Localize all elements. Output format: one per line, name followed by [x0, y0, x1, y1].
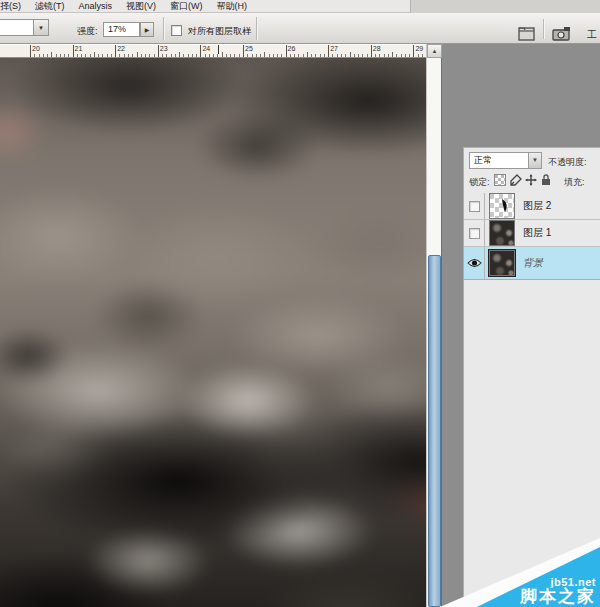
brush-preset-dropdown-arrow[interactable]: ▼: [33, 19, 49, 36]
options-separator: [163, 17, 164, 40]
visibility-checkbox-empty: [469, 228, 480, 239]
menu-item-filter[interactable]: 滤镜(T): [28, 0, 72, 13]
lock-label: 锁定:: [469, 176, 490, 189]
workspace-label[interactable]: 工: [587, 28, 597, 42]
sample-all-layers-checkbox[interactable]: [171, 25, 182, 36]
menubar-right-spacer: [410, 0, 600, 13]
layer-thumbnail[interactable]: [489, 193, 515, 219]
menu-item-analysis[interactable]: Analysis: [72, 0, 120, 13]
scroll-up-button[interactable]: ▲: [427, 44, 442, 58]
layer-name: 图层 1: [523, 226, 551, 240]
photoshop-window: 择(S) 滤镜(T) Analysis 视图(V) 窗口(W) 帮助(H) ▼ …: [0, 0, 600, 607]
tool-options-bar: ▼ 强度: 17% ▶ 对所有图层取样 工: [0, 13, 600, 44]
opacity-label: 不透明度:: [548, 156, 587, 169]
lock-paint-icon[interactable]: [510, 174, 522, 186]
options-separator: [256, 17, 257, 40]
chevron-down-icon[interactable]: ▼: [528, 153, 541, 168]
layers-list: 图层 2 图层 1 背景: [464, 193, 600, 280]
fill-label: 填充:: [564, 176, 585, 189]
visibility-toggle[interactable]: [464, 247, 485, 279]
ruler-cursor-mark: [218, 45, 219, 54]
strength-slider-arrow[interactable]: ▶: [140, 22, 154, 37]
menu-item-select[interactable]: 择(S): [0, 0, 28, 13]
lock-all-icon[interactable]: [540, 174, 552, 186]
lock-position-icon[interactable]: [525, 174, 537, 186]
camera-icon[interactable]: [552, 26, 572, 42]
layer-row-layer1[interactable]: 图层 1: [464, 220, 600, 247]
watermark-name: 脚本之家: [520, 588, 596, 606]
strength-label: 强度:: [77, 25, 98, 38]
menu-item-window[interactable]: 窗口(W): [163, 0, 210, 13]
blend-mode-row: 正常 ▼ 不透明度:: [464, 148, 600, 170]
vertical-scrollbar[interactable]: ▲: [426, 44, 441, 607]
options-separator: [543, 19, 544, 39]
blend-mode-value: 正常: [474, 155, 492, 165]
lock-transparency-icon[interactable]: [494, 174, 506, 186]
eye-icon: [467, 258, 482, 268]
menu-item-help[interactable]: 帮助(H): [210, 0, 255, 13]
visibility-toggle[interactable]: [464, 193, 485, 219]
layer-thumbnail[interactable]: [489, 220, 515, 246]
layer-name: 图层 2: [523, 199, 551, 213]
strength-input[interactable]: 17%: [103, 22, 140, 37]
layer-row-layer2[interactable]: 图层 2: [464, 193, 600, 220]
layer-thumbnail[interactable]: [489, 250, 515, 276]
lock-row: 锁定: 填充:: [464, 170, 600, 192]
horizontal-ruler: 20212223242526272829: [0, 44, 426, 58]
brush-preset-field[interactable]: [0, 19, 34, 36]
blend-mode-dropdown[interactable]: 正常 ▼: [469, 152, 542, 169]
layer-name: 背景: [523, 256, 543, 270]
watermark-text: jb51.net 脚本之家: [520, 577, 596, 606]
bridge-folder-icon[interactable]: [518, 26, 538, 42]
menu-item-view[interactable]: 视图(V): [119, 0, 163, 13]
menu-bar: 择(S) 滤镜(T) Analysis 视图(V) 窗口(W) 帮助(H): [0, 0, 600, 13]
visibility-checkbox-empty: [469, 201, 480, 212]
watermark: jb51.net 脚本之家: [440, 532, 600, 607]
sample-all-layers-label: 对所有图层取样: [188, 25, 251, 38]
canvas-image: [0, 58, 426, 607]
canvas-area[interactable]: [0, 58, 426, 607]
layer-row-background[interactable]: 背景: [464, 247, 600, 280]
visibility-toggle[interactable]: [464, 220, 485, 246]
